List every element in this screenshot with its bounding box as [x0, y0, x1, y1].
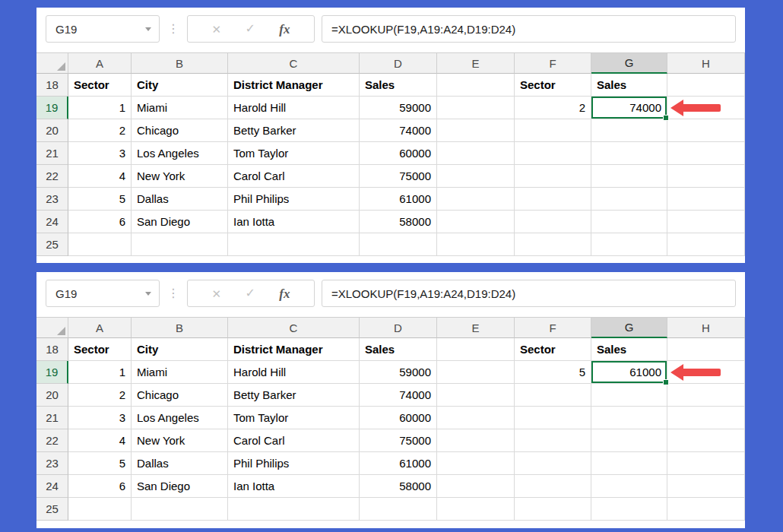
cell-C18[interactable]: District Manager [228, 74, 360, 97]
cell-A19[interactable]: 1 [68, 361, 132, 384]
column-header-C[interactable]: C [228, 53, 360, 74]
cell-G24[interactable] [591, 211, 667, 233]
column-header-F[interactable]: F [515, 53, 591, 74]
select-all-corner[interactable] [36, 53, 68, 74]
cell-F25[interactable] [515, 498, 591, 521]
cell-H22[interactable] [667, 429, 745, 452]
cell-G20[interactable] [591, 119, 667, 142]
cell-A22[interactable]: 4 [68, 165, 132, 188]
cell-B19[interactable]: Miami [132, 97, 228, 119]
cell-G20[interactable] [591, 384, 667, 407]
cell-G18[interactable]: Sales [591, 74, 667, 97]
cell-E23[interactable] [437, 188, 515, 211]
column-header-B[interactable]: B [132, 318, 228, 338]
cell-B18[interactable]: City [132, 74, 228, 97]
cell-H20[interactable] [667, 119, 745, 142]
cell-A24[interactable]: 6 [68, 475, 132, 498]
select-all-corner[interactable] [36, 318, 68, 338]
cell-B19[interactable]: Miami [132, 361, 228, 384]
cell-B23[interactable]: Dallas [132, 452, 228, 475]
cell-H24[interactable] [667, 211, 745, 233]
cell-E21[interactable] [437, 407, 515, 429]
cell-H24[interactable] [667, 475, 745, 498]
cell-G22[interactable] [591, 165, 667, 188]
column-header-F[interactable]: F [515, 318, 591, 338]
column-header-A[interactable]: A [68, 53, 132, 74]
cell-E21[interactable] [437, 142, 515, 165]
cell-G24[interactable] [591, 475, 667, 498]
row-header-25[interactable]: 25 [36, 498, 68, 521]
cell-C24[interactable]: Ian Iotta [228, 211, 360, 233]
cell-C23[interactable]: Phil Philips [228, 452, 360, 475]
cell-A23[interactable]: 5 [68, 188, 132, 211]
cell-A25[interactable] [68, 498, 132, 521]
cell-A20[interactable]: 2 [68, 119, 132, 142]
cell-A18[interactable]: Sector [68, 74, 132, 97]
column-header-B[interactable]: B [132, 53, 228, 74]
row-header-21[interactable]: 21 [36, 142, 68, 165]
cell-C22[interactable]: Carol Carl [228, 165, 360, 188]
cell-D23[interactable]: 61000 [360, 188, 437, 211]
cell-F24[interactable] [515, 475, 591, 498]
column-header-D[interactable]: D [360, 318, 437, 338]
cell-H20[interactable] [667, 384, 745, 407]
cell-H25[interactable] [667, 498, 745, 521]
cell-D24[interactable]: 58000 [360, 475, 437, 498]
cell-B25[interactable] [132, 498, 228, 521]
cell-G25[interactable] [591, 498, 667, 521]
formula-input[interactable]: =XLOOKUP(F19,A19:A24,D19:D24) [322, 280, 736, 307]
cell-E19[interactable] [437, 361, 515, 384]
cell-F22[interactable] [515, 429, 591, 452]
cell-D22[interactable]: 75000 [360, 429, 437, 452]
cell-G23[interactable] [591, 452, 667, 475]
cell-G19[interactable]: 74000 [591, 97, 667, 119]
column-header-G[interactable]: G [591, 53, 667, 74]
cell-A21[interactable]: 3 [68, 407, 132, 429]
cell-E25[interactable] [437, 233, 515, 256]
cell-B18[interactable]: City [132, 338, 228, 361]
cell-C18[interactable]: District Manager [228, 338, 360, 361]
cell-B21[interactable]: Los Angeles [132, 142, 228, 165]
cell-F21[interactable] [515, 407, 591, 429]
cell-E18[interactable] [437, 74, 515, 97]
row-header-19[interactable]: 19 [36, 361, 68, 384]
cancel-icon[interactable]: ✕ [211, 288, 221, 299]
cell-C24[interactable]: Ian Iotta [228, 475, 360, 498]
enter-icon[interactable]: ✓ [245, 287, 255, 299]
cell-D25[interactable] [360, 498, 437, 521]
column-header-D[interactable]: D [360, 53, 437, 74]
cell-G21[interactable] [591, 142, 667, 165]
cell-D21[interactable]: 60000 [360, 142, 437, 165]
cell-E22[interactable] [437, 429, 515, 452]
cell-E18[interactable] [437, 338, 515, 361]
cell-F23[interactable] [515, 452, 591, 475]
row-header-20[interactable]: 20 [36, 119, 68, 142]
cell-A19[interactable]: 1 [68, 97, 132, 119]
column-header-A[interactable]: A [68, 318, 132, 338]
cell-H21[interactable] [667, 142, 745, 165]
cell-D23[interactable]: 61000 [360, 452, 437, 475]
cell-G25[interactable] [591, 233, 667, 256]
cell-E23[interactable] [437, 452, 515, 475]
row-header-18[interactable]: 18 [36, 338, 68, 361]
cell-G22[interactable] [591, 429, 667, 452]
cell-H25[interactable] [667, 233, 745, 256]
cell-D20[interactable]: 74000 [360, 119, 437, 142]
cell-H19[interactable] [667, 97, 745, 119]
cell-F18[interactable]: Sector [515, 74, 591, 97]
cell-C20[interactable]: Betty Barker [228, 119, 360, 142]
cell-H18[interactable] [667, 74, 745, 97]
cell-B20[interactable]: Chicago [132, 119, 228, 142]
row-header-24[interactable]: 24 [36, 211, 68, 233]
cell-H22[interactable] [667, 165, 745, 188]
cell-F25[interactable] [515, 233, 591, 256]
row-header-20[interactable]: 20 [36, 384, 68, 407]
row-header-22[interactable]: 22 [36, 165, 68, 188]
cell-C21[interactable]: Tom Taylor [228, 407, 360, 429]
cell-G18[interactable]: Sales [591, 338, 667, 361]
cell-A18[interactable]: Sector [68, 338, 132, 361]
cell-A24[interactable]: 6 [68, 211, 132, 233]
column-header-E[interactable]: E [437, 318, 515, 338]
cell-E25[interactable] [437, 498, 515, 521]
cell-H21[interactable] [667, 407, 745, 429]
